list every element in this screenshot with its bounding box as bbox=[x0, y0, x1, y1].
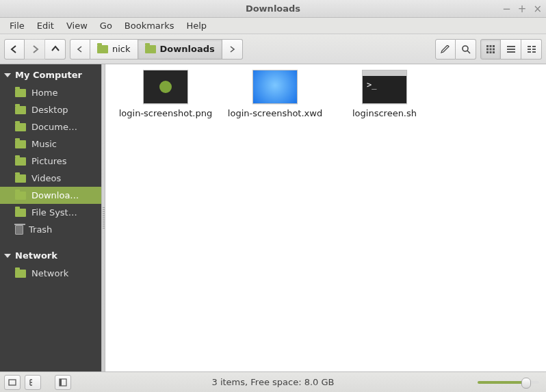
sidebar-item-home[interactable]: Home bbox=[0, 84, 101, 101]
sidebar-section-network[interactable]: Network bbox=[0, 245, 101, 265]
grid-icon bbox=[486, 45, 495, 53]
svg-rect-18 bbox=[532, 51, 536, 53]
menu-bookmarks[interactable]: Bookmarks bbox=[119, 19, 180, 32]
svg-rect-7 bbox=[486, 51, 489, 53]
svg-rect-3 bbox=[493, 45, 495, 47]
menubar: File Edit View Go Bookmarks Help bbox=[0, 18, 546, 34]
svg-rect-17 bbox=[528, 51, 531, 53]
sidebar-item-music[interactable]: Music bbox=[0, 135, 101, 153]
arrow-right-icon bbox=[31, 45, 39, 53]
folder-icon bbox=[15, 157, 26, 166]
folder-icon bbox=[97, 45, 108, 53]
sidebar-item-network[interactable]: Network bbox=[0, 265, 101, 282]
svg-rect-11 bbox=[507, 49, 515, 50]
svg-rect-6 bbox=[493, 48, 495, 50]
svg-rect-12 bbox=[507, 51, 515, 53]
menu-help[interactable]: Help bbox=[181, 19, 212, 32]
zoom-slider[interactable] bbox=[478, 381, 539, 384]
sidebar-item-label: Desktop bbox=[31, 105, 68, 115]
folder-icon bbox=[15, 140, 26, 148]
places-toggle-button[interactable] bbox=[4, 375, 21, 390]
file-name: login-screenshot.png bbox=[114, 108, 218, 118]
status-text: 3 items, Free space: 8.0 GB bbox=[0, 377, 546, 387]
svg-rect-14 bbox=[532, 46, 536, 47]
up-button[interactable] bbox=[45, 39, 66, 60]
maximize-button[interactable]: + bbox=[518, 3, 527, 15]
file-thumbnail bbox=[362, 70, 407, 104]
menu-edit[interactable]: Edit bbox=[31, 19, 60, 32]
breadcrumb-label: nick bbox=[112, 44, 131, 54]
svg-rect-16 bbox=[532, 49, 536, 50]
arrow-up-icon bbox=[51, 45, 60, 53]
file-thumbnail bbox=[143, 70, 188, 104]
sidebar: My Computer Home Desktop Docume… Music P… bbox=[0, 64, 101, 371]
sidebar-item-label: Music bbox=[31, 139, 57, 149]
menu-view[interactable]: View bbox=[61, 19, 93, 32]
sidebar-item-documents[interactable]: Docume… bbox=[0, 118, 101, 135]
toolbar: nick Downloads bbox=[0, 34, 546, 64]
folder-icon bbox=[15, 123, 26, 131]
content-area: My Computer Home Desktop Docume… Music P… bbox=[0, 64, 546, 371]
sidebar-item-downloads[interactable]: Downloa… bbox=[0, 187, 101, 204]
toggle-location-button[interactable] bbox=[435, 39, 456, 60]
menu-go[interactable]: Go bbox=[94, 19, 118, 32]
file-name: loginscreen.sh bbox=[333, 108, 437, 118]
sidebar-splitter[interactable] bbox=[101, 64, 105, 371]
svg-rect-15 bbox=[528, 49, 531, 50]
svg-rect-5 bbox=[490, 48, 492, 50]
svg-point-0 bbox=[463, 46, 468, 51]
close-sidebar-button[interactable] bbox=[55, 375, 71, 390]
file-item[interactable]: login-screenshot.xwd bbox=[220, 70, 330, 138]
sidebar-item-label: Docume… bbox=[31, 122, 77, 132]
file-item[interactable]: login-screenshot.png bbox=[111, 70, 220, 138]
view-icons-button[interactable] bbox=[480, 39, 501, 60]
collapse-icon bbox=[4, 254, 11, 258]
breadcrumb-segment-home[interactable]: nick bbox=[90, 39, 138, 60]
path-next-button[interactable] bbox=[222, 39, 243, 60]
folder-icon bbox=[15, 192, 26, 200]
panel-icon bbox=[59, 378, 67, 387]
file-view[interactable]: login-screenshot.png login-screenshot.xw… bbox=[105, 64, 546, 371]
menu-file[interactable]: File bbox=[4, 19, 30, 32]
sidebar-item-desktop[interactable]: Desktop bbox=[0, 101, 101, 118]
list-icon bbox=[507, 45, 515, 53]
sidebar-item-videos[interactable]: Videos bbox=[0, 170, 101, 187]
svg-rect-19 bbox=[9, 380, 16, 385]
sidebar-section-computer[interactable]: My Computer bbox=[0, 64, 101, 84]
folder-icon bbox=[15, 174, 26, 183]
search-icon bbox=[461, 44, 471, 54]
edit-path-icon bbox=[441, 45, 450, 53]
back-button[interactable] bbox=[4, 39, 25, 60]
file-name: login-screenshot.xwd bbox=[223, 108, 327, 118]
places-icon bbox=[8, 378, 16, 387]
trash-icon bbox=[15, 225, 23, 235]
svg-rect-10 bbox=[507, 46, 515, 47]
folder-icon bbox=[15, 209, 26, 217]
path-prev-button[interactable] bbox=[70, 39, 90, 60]
close-button[interactable]: × bbox=[533, 3, 542, 15]
forward-button[interactable] bbox=[25, 39, 45, 60]
sidebar-item-label: Videos bbox=[31, 173, 61, 183]
sidebar-item-pictures[interactable]: Pictures bbox=[0, 153, 101, 170]
minimize-button[interactable]: − bbox=[502, 3, 511, 15]
collapse-icon bbox=[4, 73, 11, 77]
view-compact-button[interactable] bbox=[521, 39, 542, 60]
svg-rect-8 bbox=[490, 51, 492, 53]
sidebar-item-label: Pictures bbox=[31, 156, 66, 166]
breadcrumb-segment-current[interactable]: Downloads bbox=[138, 39, 222, 60]
svg-rect-2 bbox=[490, 45, 492, 47]
sidebar-item-trash[interactable]: Trash bbox=[0, 221, 101, 238]
view-list-button[interactable] bbox=[501, 39, 521, 60]
sidebar-item-label: Trash bbox=[29, 224, 52, 235]
search-button[interactable] bbox=[456, 39, 476, 60]
sidebar-item-filesystem[interactable]: File Syst… bbox=[0, 204, 101, 221]
titlebar: Downloads − + × bbox=[0, 0, 546, 18]
folder-icon bbox=[15, 106, 26, 114]
tree-toggle-button[interactable] bbox=[25, 375, 41, 390]
chevron-left-icon bbox=[77, 46, 83, 53]
sidebar-item-label: Network bbox=[31, 268, 68, 278]
window-title: Downloads bbox=[0, 3, 546, 14]
file-item[interactable]: loginscreen.sh bbox=[330, 70, 439, 138]
svg-rect-4 bbox=[486, 48, 489, 50]
svg-rect-21 bbox=[60, 379, 62, 386]
